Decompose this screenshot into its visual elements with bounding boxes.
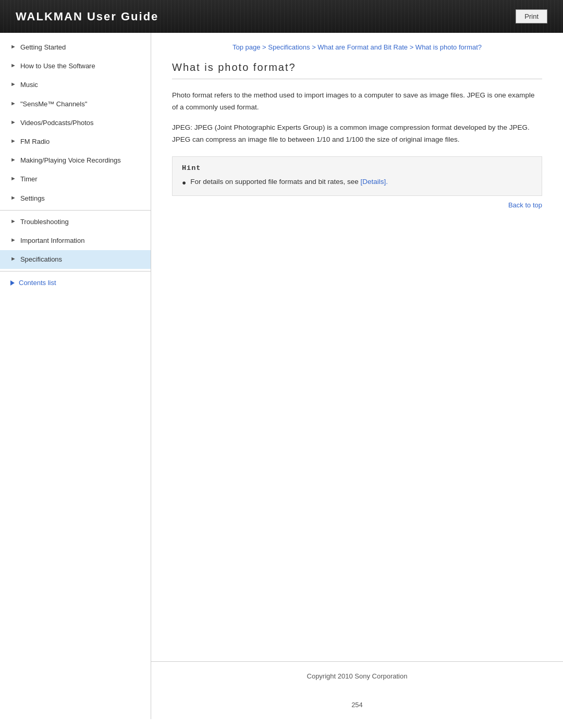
sidebar-item-music[interactable]: ► Music — [0, 76, 151, 94]
sidebar-item-troubleshooting[interactable]: ► Troubleshooting — [0, 213, 151, 231]
sidebar-item-videos[interactable]: ► Videos/Podcasts/Photos — [0, 114, 151, 132]
sidebar-item-timer[interactable]: ► Timer — [0, 170, 151, 189]
hint-item-text-before: For details on supported file formats an… — [190, 178, 360, 186]
header: WALKMAN User Guide Print — [0, 0, 563, 33]
chevron-right-icon: ► — [10, 43, 16, 50]
sidebar-item-label: "SensMe™ Channels" — [20, 100, 87, 109]
sidebar-item-important-info[interactable]: ► Important Information — [0, 231, 151, 250]
main-container: ► Getting Started ► How to Use the Softw… — [0, 33, 563, 719]
sidebar-item-specifications[interactable]: ► Specifications — [0, 250, 151, 269]
copyright-text: Copyright 2010 Sony Corporation — [307, 672, 408, 680]
page-title: What is photo format? — [172, 61, 542, 79]
chevron-right-icon: ► — [10, 81, 16, 87]
content-area: Top page > Specifications > What are For… — [151, 33, 563, 661]
breadcrumb-current: What is photo format? — [415, 43, 482, 51]
contents-list-link[interactable]: Contents list — [0, 274, 151, 292]
breadcrumb-sep3: > — [408, 43, 415, 51]
hint-item-text: For details on supported file formats an… — [190, 176, 388, 188]
sidebar-item-label: How to Use the Software — [20, 61, 95, 71]
breadcrumb-sep2: > — [310, 43, 318, 51]
footer: Copyright 2010 Sony Corporation — [151, 661, 563, 690]
sidebar-item-label: Important Information — [20, 236, 85, 245]
chevron-right-icon: ► — [10, 237, 16, 243]
sidebar-item-label: Troubleshooting — [20, 217, 69, 227]
hint-box: Hint ● For details on supported file for… — [172, 156, 542, 196]
sidebar-divider — [0, 210, 151, 211]
sidebar-item-voice-recordings[interactable]: ► Making/Playing Voice Recordings — [0, 151, 151, 170]
chevron-right-icon: ► — [10, 194, 16, 201]
contents-list-label: Contents list — [19, 279, 56, 287]
sidebar-item-label: Specifications — [20, 255, 62, 264]
arrow-right-icon — [10, 280, 15, 286]
sidebar-divider-bottom — [0, 271, 151, 272]
hint-title: Hint — [182, 164, 532, 172]
sidebar-item-fm-radio[interactable]: ► FM Radio — [0, 132, 151, 151]
breadcrumb-what-are-format[interactable]: What are Format and Bit Rate — [317, 43, 408, 51]
sidebar-item-settings[interactable]: ► Settings — [0, 189, 151, 208]
chevron-right-icon: ► — [10, 119, 16, 125]
sidebar-item-label: Timer — [20, 175, 38, 184]
print-button[interactable]: Print — [516, 9, 547, 23]
sidebar-item-label: Videos/Podcasts/Photos — [20, 118, 94, 128]
chevron-right-icon: ► — [10, 218, 16, 224]
back-to-top: Back to top — [172, 201, 542, 209]
sidebar-item-label: Making/Playing Voice Recordings — [20, 156, 121, 165]
chevron-right-icon: ► — [10, 255, 16, 262]
chevron-right-icon: ► — [10, 100, 16, 106]
back-to-top-link[interactable]: Back to top — [508, 201, 542, 209]
breadcrumb: Top page > Specifications > What are For… — [172, 43, 542, 51]
sidebar-item-sensme[interactable]: ► "SensMe™ Channels" — [0, 95, 151, 114]
chevron-right-icon: ► — [10, 138, 16, 144]
sidebar-item-label: FM Radio — [20, 137, 50, 146]
sidebar-item-getting-started[interactable]: ► Getting Started — [0, 38, 151, 57]
breadcrumb-sep1: > — [260, 43, 268, 51]
chevron-right-icon: ► — [10, 175, 16, 181]
sidebar: ► Getting Started ► How to Use the Softw… — [0, 33, 151, 719]
breadcrumb-top-page[interactable]: Top page — [232, 43, 261, 51]
bullet-icon: ● — [182, 177, 186, 189]
hint-details-link[interactable]: [Details]. — [361, 178, 388, 186]
content-paragraph-1: Photo format refers to the method used t… — [172, 90, 542, 114]
chevron-right-icon: ► — [10, 62, 16, 68]
app-title: WALKMAN User Guide — [16, 10, 158, 23]
sidebar-item-how-to-use[interactable]: ► How to Use the Software — [0, 57, 151, 76]
sidebar-item-label: Settings — [20, 194, 45, 203]
hint-item: ● For details on supported file formats … — [182, 176, 532, 189]
breadcrumb-specifications[interactable]: Specifications — [268, 43, 310, 51]
content-paragraph-2: JPEG: JPEG (Joint Photographic Experts G… — [172, 122, 542, 146]
chevron-right-icon: ► — [10, 156, 16, 163]
content-wrapper: Top page > Specifications > What are For… — [151, 33, 563, 719]
sidebar-item-label: Getting Started — [20, 43, 66, 52]
page-number: 254 — [151, 690, 563, 719]
sidebar-item-label: Music — [20, 80, 38, 90]
